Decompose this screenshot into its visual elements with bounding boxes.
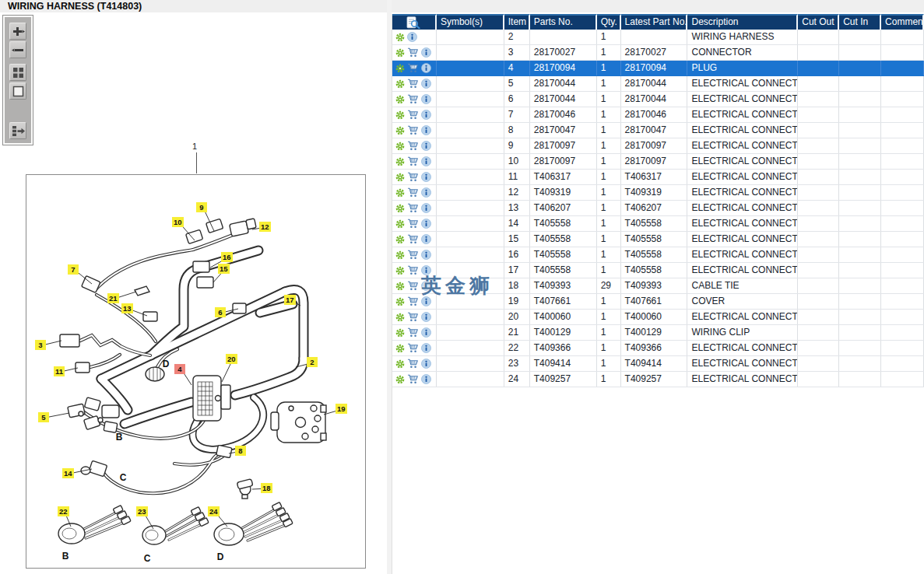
part-info-button[interactable] <box>407 32 417 42</box>
table-row-item-21[interactable]: 21T4001291T400129WIRING CLIP <box>392 325 924 341</box>
callout-14[interactable]: 14 <box>62 468 74 478</box>
add-to-cart-button[interactable] <box>407 312 419 322</box>
part-settings-button[interactable] <box>395 359 405 369</box>
part-info-button[interactable] <box>421 187 431 198</box>
callout-6[interactable]: 6 <box>215 307 226 317</box>
add-to-cart-button[interactable] <box>407 63 419 73</box>
part-info-button[interactable] <box>421 156 431 166</box>
table-row-item-15[interactable]: 15T4055581T405558ELECTRICAL CONNECTOR <box>392 232 924 247</box>
tile-view-button[interactable] <box>9 64 26 81</box>
table-row-item-8[interactable]: 828170047128170047ELECTRICAL CONNECTOR <box>392 123 924 138</box>
callout-5[interactable]: 5 <box>38 412 49 422</box>
zoom-out-button[interactable] <box>9 41 26 58</box>
part-settings-button[interactable] <box>395 266 405 275</box>
column-header-cut_out[interactable]: Cut Out <box>798 14 839 30</box>
part-info-button[interactable] <box>421 219 431 229</box>
part-info-button[interactable] <box>421 312 431 322</box>
column-header-icons[interactable] <box>392 14 437 30</box>
add-to-cart-button[interactable] <box>407 359 419 369</box>
callout-24[interactable]: 24 <box>208 506 220 516</box>
callout-22[interactable]: 22 <box>58 506 69 516</box>
callout-13[interactable]: 13 <box>121 303 133 313</box>
part-info-button[interactable] <box>421 63 431 73</box>
table-row-item-24[interactable]: 24T4092571T409257ELECTRICAL CONNECTOR <box>392 372 924 387</box>
column-header-symbols[interactable]: Symbol(s) <box>437 14 504 30</box>
part-info-button[interactable] <box>421 94 431 104</box>
callout-10[interactable]: 10 <box>172 217 184 227</box>
part-settings-button[interactable] <box>395 188 405 198</box>
diagram-viewport[interactable]: 91012161572113617311420251981418222324DB… <box>26 174 366 569</box>
part-info-button[interactable] <box>421 343 431 353</box>
part-settings-button[interactable] <box>395 204 405 213</box>
callout-8[interactable]: 8 <box>235 446 246 456</box>
part-info-button[interactable] <box>421 110 431 120</box>
table-row-item-10[interactable]: 1028170097128170097ELECTRICAL CONNECTOR <box>392 154 924 170</box>
table-row-item-12[interactable]: 12T4093191T409319ELECTRICAL CONNECTOR <box>392 185 924 201</box>
part-info-button[interactable] <box>421 47 431 58</box>
part-info-button[interactable] <box>421 172 431 182</box>
callout-12[interactable]: 12 <box>259 222 271 232</box>
callout-19[interactable]: 19 <box>336 404 347 414</box>
add-to-cart-button[interactable] <box>407 343 419 353</box>
part-settings-button[interactable] <box>395 344 405 353</box>
table-row-item-14[interactable]: 14T4055581T405558ELECTRICAL CONNECTOR <box>392 216 924 232</box>
callout-15[interactable]: 15 <box>218 264 230 274</box>
callout-23[interactable]: 23 <box>136 506 148 516</box>
part-info-button[interactable] <box>421 203 431 213</box>
add-to-cart-button[interactable] <box>407 219 419 229</box>
add-to-cart-button[interactable] <box>407 94 419 104</box>
part-settings-button[interactable] <box>395 282 405 291</box>
part-settings-button[interactable] <box>395 33 405 42</box>
column-header-qty[interactable]: Qty. <box>597 14 621 30</box>
add-to-cart-button[interactable] <box>407 374 419 384</box>
callout-21[interactable]: 21 <box>107 293 119 303</box>
column-header-item[interactable]: Item <box>504 14 530 30</box>
table-row-item-6[interactable]: 628170044128170044ELECTRICAL CONNECTOR <box>392 92 924 107</box>
part-settings-button[interactable] <box>395 142 405 151</box>
table-row-item-5[interactable]: 528170044128170044ELECTRICAL CONNECTOR <box>392 76 924 92</box>
part-settings-button[interactable] <box>395 126 405 135</box>
table-row-item-20[interactable]: 20T4000601T400060ELECTRICAL CONNECTOR <box>392 310 924 325</box>
part-settings-button[interactable] <box>395 250 405 260</box>
part-settings-button[interactable] <box>395 157 405 166</box>
callout-20[interactable]: 20 <box>226 354 237 364</box>
table-row-item-2[interactable]: 21WIRING HARNESS <box>392 30 924 45</box>
callout-4-selected[interactable]: 4 <box>174 364 185 374</box>
add-to-cart-button[interactable] <box>407 250 419 260</box>
part-settings-button[interactable] <box>395 313 405 322</box>
add-to-cart-button[interactable] <box>407 296 419 306</box>
column-header-cut_in[interactable]: Cut In <box>839 14 881 30</box>
part-settings-button[interactable] <box>395 235 405 244</box>
table-row-item-4[interactable]: 428170094128170094PLUG <box>392 61 924 76</box>
go-to-list-button[interactable] <box>9 122 26 139</box>
part-info-button[interactable] <box>421 141 431 151</box>
add-to-cart-button[interactable] <box>407 234 419 244</box>
add-to-cart-button[interactable] <box>407 110 419 120</box>
part-settings-button[interactable] <box>395 79 405 89</box>
callout-18[interactable]: 18 <box>261 483 272 493</box>
part-settings-button[interactable] <box>395 173 405 182</box>
table-row-item-3[interactable]: 328170027128170027CONNECTOR <box>392 45 924 61</box>
callout-17[interactable]: 17 <box>284 295 296 305</box>
add-to-cart-button[interactable] <box>407 47 419 58</box>
part-info-button[interactable] <box>421 250 431 260</box>
add-to-cart-button[interactable] <box>407 156 419 166</box>
add-to-cart-button[interactable] <box>407 327 419 338</box>
part-settings-button[interactable] <box>395 375 405 384</box>
add-to-cart-button[interactable] <box>407 281 419 291</box>
column-header-comment[interactable]: Comment <box>881 14 924 30</box>
table-row-item-9[interactable]: 928170097128170097ELECTRICAL CONNECTOR <box>392 138 924 154</box>
zoom-in-button[interactable] <box>9 23 26 40</box>
callout-16[interactable]: 16 <box>221 252 233 262</box>
table-row-item-7[interactable]: 728170046128170046ELECTRICAL CONNECTOR <box>392 107 924 123</box>
table-row-item-16[interactable]: 16T4055581T405558ELECTRICAL CONNECTOR <box>392 247 924 263</box>
part-settings-button[interactable] <box>395 110 405 120</box>
column-header-parts_no[interactable]: Parts No. <box>530 14 597 30</box>
part-settings-button[interactable] <box>395 328 405 338</box>
add-to-cart-button[interactable] <box>407 172 419 182</box>
add-to-cart-button[interactable] <box>407 203 419 213</box>
callout-9[interactable]: 9 <box>196 202 207 212</box>
part-info-button[interactable] <box>421 125 431 135</box>
callout-7[interactable]: 7 <box>68 264 79 275</box>
callout-3[interactable]: 3 <box>35 340 46 350</box>
